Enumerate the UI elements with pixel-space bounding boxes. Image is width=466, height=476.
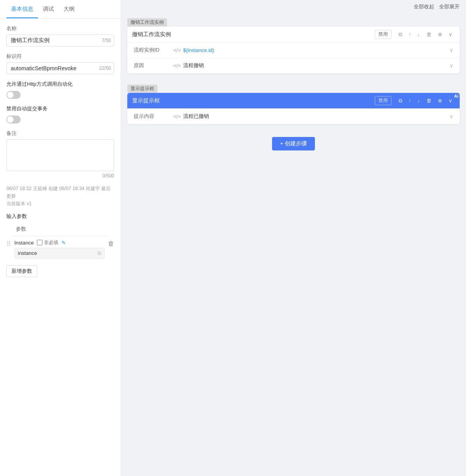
tab-debug[interactable]: 调试	[38, 0, 59, 18]
step-row-value-2-1: </> 流程已撤销	[173, 113, 449, 120]
transaction-toggle-section: 禁用自动提交事务	[6, 105, 114, 123]
step-delete-btn-2[interactable]: 🗑	[424, 96, 434, 105]
name-section: 名称 7/50	[6, 25, 114, 46]
name-input-wrapper: 7/50	[6, 35, 114, 46]
identifier-label: 标识符	[6, 53, 114, 60]
step-row-label-2-1: 提示内容	[134, 113, 173, 120]
param-name: Instance	[14, 240, 34, 246]
param-required-label: 非必填	[37, 239, 58, 246]
meta-info: 06/07 18:32 王延峰 创建 06/07 18:34 肖建宇 最后更新 …	[6, 185, 114, 208]
params-header-label: 参数	[16, 225, 26, 233]
identifier-section: 标识符 22/50	[6, 53, 114, 74]
right-panel: 全部收起 全部展开 撤销工作流实例 撤销工作流实例 禁用 ⧉ ↑ ↓ 🗑 ⊕ ∨…	[121, 0, 466, 476]
step-row-text-2-1: 流程已撤销	[183, 113, 209, 120]
step-duplicate-btn-2[interactable]: ⊕	[435, 96, 445, 105]
identifier-input-wrapper: 22/50	[6, 62, 114, 74]
step-tag-1: 撤销工作流实例	[127, 18, 167, 27]
step-row-chevron-1-1[interactable]: ∨	[449, 47, 453, 53]
param-value-box: instance ⧉	[14, 248, 105, 259]
params-title: 输入参数	[6, 213, 114, 220]
param-drag-handle[interactable]: ⠿	[6, 239, 14, 248]
param-copy-icon[interactable]: ⧉	[98, 250, 101, 256]
step-copy-btn-1[interactable]: ⧉	[396, 30, 405, 39]
param-value-text: instance	[18, 250, 37, 256]
http-toggle[interactable]	[6, 91, 21, 99]
form-content: 名称 7/50 标识符 22/50 允许通过Http方式调用自动化 禁用自动提交…	[0, 19, 121, 476]
step-disable-btn-2[interactable]: 禁用	[375, 96, 391, 105]
step-down-btn-1[interactable]: ↓	[415, 30, 423, 39]
step-chevron-btn-1[interactable]: ∨	[446, 30, 455, 39]
step-duplicate-btn-1[interactable]: ⊕	[435, 30, 445, 39]
code-icon-1-2: </>	[173, 63, 181, 69]
step-row-value-1-1: </> ${instance.id}	[173, 47, 449, 53]
step-delete-btn-1[interactable]: 🗑	[424, 30, 434, 39]
identifier-input[interactable]	[6, 62, 114, 74]
code-icon-1-1: </>	[173, 47, 181, 53]
step-disable-btn-1[interactable]: 禁用	[375, 30, 391, 39]
note-section: 备注 0/500	[6, 130, 114, 179]
step-down-btn-2[interactable]: ↓	[415, 96, 423, 105]
params-header: 参数	[6, 224, 114, 234]
step-card-2: 显示提示框 禁用 ⧉ ↑ ↓ 🗑 ⊕ ∨ Ai 提示内容 </> 流程已	[127, 93, 460, 124]
step-copy-btn-2[interactable]: ⧉	[396, 96, 405, 105]
step-row-label-1-1: 流程实例ID	[134, 46, 173, 54]
step-up-btn-2[interactable]: ↑	[406, 96, 414, 105]
step-row-1-1: 流程实例ID </> ${instance.id} ∨	[127, 42, 460, 58]
params-section: 输入参数 参数 ⠿ Instance 非必填 ✎	[6, 213, 114, 277]
step-row-2-1: 提示内容 </> 流程已撤销 ∨	[127, 109, 460, 124]
step-row-value-1-2: </> 流程撤销	[173, 62, 449, 69]
identifier-char-count: 22/50	[99, 66, 111, 71]
step-up-btn-1[interactable]: ↑	[406, 30, 414, 39]
param-delete-icon[interactable]: 🗑	[108, 240, 114, 247]
name-input[interactable]	[6, 35, 114, 46]
param-required-checkbox[interactable]	[37, 240, 42, 245]
step-row-1-2: 原因 </> 流程撤销 ∨	[127, 58, 460, 73]
code-icon-2-1: </>	[173, 114, 181, 119]
step-actions-1: 禁用 ⧉ ↑ ↓ 🗑 ⊕ ∨	[375, 30, 455, 39]
step-tag-2: 显示提示框	[127, 85, 157, 93]
tab-basic[interactable]: 基本信息	[6, 0, 38, 18]
expand-all-button[interactable]: 全部展开	[439, 3, 460, 10]
left-panel: 基本信息 调试 大纲 名称 7/50 标识符 22/50 允许通过Http方式调…	[0, 0, 121, 476]
step-row-chevron-1-2[interactable]: ∨	[449, 62, 453, 69]
http-toggle-label: 允许通过Http方式调用自动化	[6, 81, 114, 88]
param-row: ⠿ Instance 非必填 ✎ instance ⧉	[6, 236, 114, 259]
top-bar: 全部收起 全部展开	[121, 0, 466, 13]
param-edit-icon[interactable]: ✎	[61, 240, 66, 246]
note-textarea[interactable]	[6, 139, 114, 171]
param-header-row: Instance 非必填 ✎	[14, 239, 105, 246]
meta-line2: 当前版本 v1	[6, 200, 114, 208]
step-header-2: 显示提示框 禁用 ⧉ ↑ ↓ 🗑 ⊕ ∨ Ai	[127, 93, 460, 109]
note-label: 备注	[6, 130, 114, 137]
create-step-area: + 创建步骤	[121, 131, 466, 157]
step-header-1: 撤销工作流实例 禁用 ⧉ ↑ ↓ 🗑 ⊕ ∨	[127, 27, 460, 42]
note-char-count: 0/500	[6, 173, 114, 179]
transaction-toggle-label: 禁用自动提交事务	[6, 105, 114, 112]
ai-badge: Ai	[453, 93, 460, 99]
step-actions-2: 禁用 ⧉ ↑ ↓ 🗑 ⊕ ∨	[375, 96, 455, 105]
step-block-1: 撤销工作流实例 撤销工作流实例 禁用 ⧉ ↑ ↓ 🗑 ⊕ ∨ 流程实例ID </…	[121, 13, 466, 80]
step-block-2: 显示提示框 显示提示框 禁用 ⧉ ↑ ↓ 🗑 ⊕ ∨ Ai 提示内容	[121, 80, 466, 131]
step-card-1: 撤销工作流实例 禁用 ⧉ ↑ ↓ 🗑 ⊕ ∨ 流程实例ID </> ${inst…	[127, 27, 460, 73]
tab-outline[interactable]: 大纲	[59, 0, 79, 18]
step-row-text-1-2: 流程撤销	[183, 62, 204, 69]
collapse-all-button[interactable]: 全部收起	[414, 3, 434, 10]
meta-line1: 06/07 18:32 王延峰 创建 06/07 18:34 肖建宇 最后更新	[6, 185, 114, 200]
http-toggle-section: 允许通过Http方式调用自动化	[6, 81, 114, 99]
step-row-label-1-2: 原因	[134, 62, 173, 69]
name-char-count: 7/50	[102, 38, 111, 43]
create-step-button[interactable]: + 创建步骤	[272, 137, 315, 150]
transaction-toggle[interactable]	[6, 116, 21, 123]
step-title-2: 显示提示框	[132, 97, 375, 104]
name-label: 名称	[6, 25, 114, 32]
param-required-text: 非必填	[44, 239, 58, 246]
step-title-1: 撤销工作流实例	[132, 31, 375, 38]
step-row-text-1-1: ${instance.id}	[183, 47, 214, 53]
tab-bar: 基本信息 调试 大纲	[0, 0, 121, 19]
add-param-button[interactable]: 新增参数	[6, 265, 37, 277]
param-content: Instance 非必填 ✎ instance ⧉	[14, 239, 105, 259]
step-row-chevron-2-1[interactable]: ∨	[449, 113, 453, 119]
